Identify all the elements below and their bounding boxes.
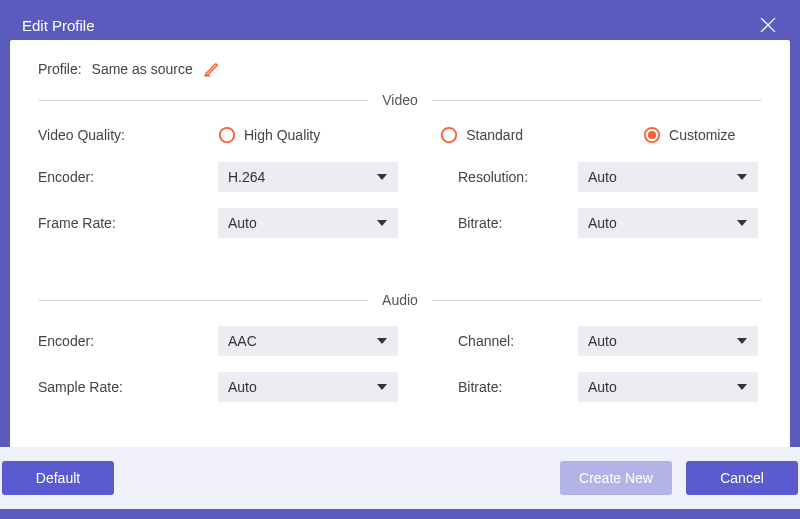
profile-row: Profile: Same as source [38,60,762,78]
chevron-down-icon [376,171,388,183]
default-button[interactable]: Default [2,461,114,495]
video-settings-grid: Encoder: H.264 Resolution: Auto Frame Ra… [38,162,762,238]
video-bitrate-select[interactable]: Auto [578,208,758,238]
video-framerate-label: Frame Rate: [38,215,218,231]
chevron-down-icon [376,335,388,347]
audio-encoder-label: Encoder: [38,333,218,349]
radio-standard-label: Standard [466,127,523,143]
video-encoder-label: Encoder: [38,169,218,185]
audio-bitrate-value: Auto [588,379,617,395]
chevron-down-icon [736,217,748,229]
radio-standard[interactable]: Standard [440,126,523,144]
chevron-down-icon [736,335,748,347]
chevron-down-icon [736,381,748,393]
audio-section-label: Audio [368,292,432,308]
video-quality-label: Video Quality: [38,127,218,143]
audio-settings-grid: Encoder: AAC Channel: Auto Sample Rate: … [38,326,762,402]
audio-bitrate-label: Bitrate: [458,379,578,395]
audio-encoder-value: AAC [228,333,257,349]
profile-value: Same as source [92,61,193,77]
audio-samplerate-select[interactable]: Auto [218,372,398,402]
audio-samplerate-value: Auto [228,379,257,395]
audio-encoder-select[interactable]: AAC [218,326,398,356]
window-frame: Edit Profile Profile: Same as source Vid… [0,0,800,519]
audio-channel-value: Auto [588,333,617,349]
video-bitrate-value: Auto [588,215,617,231]
audio-samplerate-label: Sample Rate: [38,379,218,395]
svg-point-0 [220,128,234,142]
cancel-button[interactable]: Cancel [686,461,798,495]
dialog-body: Profile: Same as source Video Video Qual… [10,40,790,509]
video-encoder-value: H.264 [228,169,265,185]
edit-icon[interactable] [203,60,221,78]
video-section-header: Video [38,92,762,108]
title-bar: Edit Profile [10,10,790,40]
video-quality-radio-group: High Quality Standard Customize [218,126,735,144]
svg-point-1 [442,128,456,142]
profile-label: Profile: [38,61,82,77]
footer-bar: Default Create New Cancel [0,447,800,509]
audio-bitrate-select[interactable]: Auto [578,372,758,402]
chevron-down-icon [376,381,388,393]
chevron-down-icon [736,171,748,183]
radio-icon [440,126,458,144]
video-resolution-value: Auto [588,169,617,185]
create-new-button-label: Create New [579,470,653,486]
video-framerate-value: Auto [228,215,257,231]
chevron-down-icon [376,217,388,229]
video-quality-row: Video Quality: High Quality Standard [38,126,762,144]
audio-section-header: Audio [38,292,762,308]
video-resolution-select[interactable]: Auto [578,162,758,192]
radio-high-quality-label: High Quality [244,127,320,143]
window-title: Edit Profile [22,17,95,34]
radio-customize-label: Customize [669,127,735,143]
create-new-button[interactable]: Create New [560,461,672,495]
close-icon[interactable] [758,15,778,35]
radio-icon [218,126,236,144]
cancel-button-label: Cancel [720,470,764,486]
svg-point-3 [648,131,656,139]
video-resolution-label: Resolution: [458,169,578,185]
audio-channel-select[interactable]: Auto [578,326,758,356]
default-button-label: Default [36,470,80,486]
video-bitrate-label: Bitrate: [458,215,578,231]
radio-icon [643,126,661,144]
video-framerate-select[interactable]: Auto [218,208,398,238]
video-encoder-select[interactable]: H.264 [218,162,398,192]
radio-high-quality[interactable]: High Quality [218,126,320,144]
video-section-label: Video [368,92,432,108]
audio-channel-label: Channel: [458,333,578,349]
radio-customize[interactable]: Customize [643,126,735,144]
